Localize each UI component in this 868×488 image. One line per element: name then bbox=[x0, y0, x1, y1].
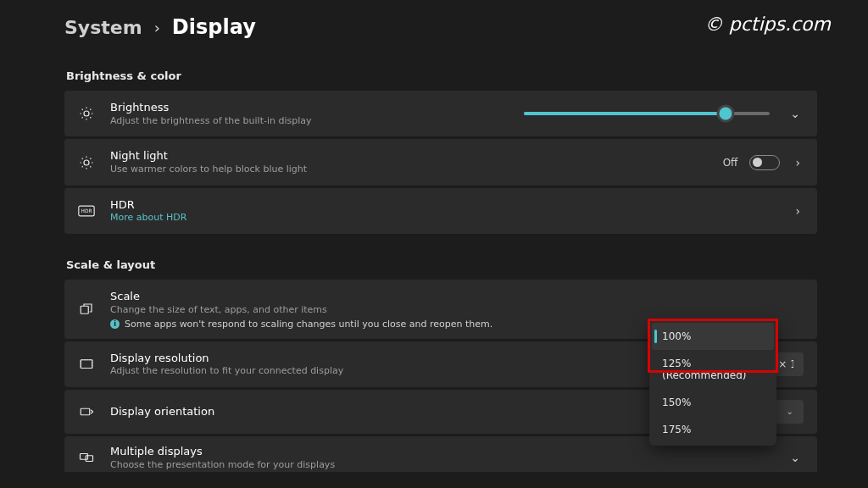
night-light-toggle[interactable] bbox=[749, 155, 780, 170]
svg-line-15 bbox=[90, 166, 91, 167]
watermark: © pctips.com bbox=[704, 14, 831, 35]
svg-point-9 bbox=[84, 160, 89, 165]
multiple-displays-subtitle: Choose the presentation mode for your di… bbox=[110, 459, 773, 472]
hdr-row[interactable]: HDR HDR More about HDR › bbox=[64, 188, 817, 234]
orientation-icon bbox=[76, 404, 97, 419]
multiple-displays-icon bbox=[76, 450, 97, 465]
svg-line-17 bbox=[90, 158, 91, 158]
brightness-title: Brightness bbox=[110, 100, 510, 115]
svg-rect-22 bbox=[81, 360, 92, 369]
hdr-link[interactable]: More about HDR bbox=[110, 212, 778, 225]
hdr-title: HDR bbox=[110, 197, 778, 213]
svg-rect-24 bbox=[81, 454, 88, 460]
brightness-row[interactable]: Brightness Adjust the brightness of the … bbox=[64, 91, 817, 136]
svg-point-0 bbox=[84, 111, 89, 116]
resolution-subtitle: Adjust the resolution to fit your connec… bbox=[110, 365, 726, 378]
svg-line-14 bbox=[82, 158, 83, 158]
brightness-subtitle: Adjust the brightness of the built-in di… bbox=[110, 115, 510, 128]
svg-text:HDR: HDR bbox=[81, 208, 92, 214]
night-light-row[interactable]: Night light Use warmer colors to help bl… bbox=[64, 139, 817, 185]
svg-line-5 bbox=[82, 109, 83, 110]
breadcrumb-parent[interactable]: System bbox=[64, 17, 142, 38]
scale-title: Scale bbox=[110, 289, 790, 304]
scale-option-125[interactable]: 125% (Recommended) bbox=[652, 350, 774, 389]
scale-option-150[interactable]: 150% bbox=[652, 389, 774, 416]
breadcrumb-current: Display bbox=[172, 15, 256, 39]
brightness-slider[interactable] bbox=[524, 112, 770, 115]
scale-option-100[interactable]: 100% bbox=[652, 323, 774, 350]
scale-icon bbox=[76, 302, 97, 317]
orientation-title: Display orientation bbox=[110, 404, 693, 419]
scale-option-175[interactable]: 175% bbox=[652, 416, 774, 443]
hdr-icon: HDR bbox=[76, 205, 97, 217]
section-heading-brightness: Brightness & color bbox=[66, 69, 817, 82]
svg-rect-20 bbox=[81, 306, 88, 313]
svg-rect-21 bbox=[81, 360, 92, 369]
svg-line-7 bbox=[82, 117, 83, 118]
svg-line-16 bbox=[82, 166, 83, 167]
resolution-icon bbox=[76, 357, 97, 372]
sun-icon bbox=[76, 106, 97, 121]
svg-rect-23 bbox=[81, 408, 90, 415]
chevron-down-icon[interactable]: ⌄ bbox=[787, 451, 804, 464]
breadcrumb-separator: › bbox=[154, 19, 160, 36]
night-light-state: Off bbox=[723, 157, 738, 169]
night-light-subtitle: Use warmer colors to help block blue lig… bbox=[110, 164, 709, 176]
svg-line-6 bbox=[90, 117, 91, 118]
scale-subtitle: Change the size of text, apps, and other… bbox=[110, 304, 790, 317]
section-heading-scale: Scale & layout bbox=[66, 258, 817, 271]
scale-dropdown[interactable]: 100% 125% (Recommended) 150% 175% bbox=[649, 320, 776, 446]
chevron-down-icon: ⌄ bbox=[787, 407, 793, 416]
chevron-down-icon[interactable]: ⌄ bbox=[787, 107, 804, 120]
multiple-displays-title: Multiple displays bbox=[110, 444, 773, 459]
scale-info: Some apps won't respond to scaling chang… bbox=[125, 319, 492, 330]
resolution-title: Display resolution bbox=[110, 351, 726, 366]
night-light-title: Night light bbox=[110, 148, 709, 164]
svg-rect-25 bbox=[86, 456, 92, 462]
svg-line-8 bbox=[90, 109, 91, 110]
chevron-right-icon[interactable]: › bbox=[792, 156, 804, 169]
moon-icon bbox=[76, 155, 97, 170]
info-icon: i bbox=[110, 319, 120, 329]
chevron-right-icon[interactable]: › bbox=[792, 204, 804, 218]
